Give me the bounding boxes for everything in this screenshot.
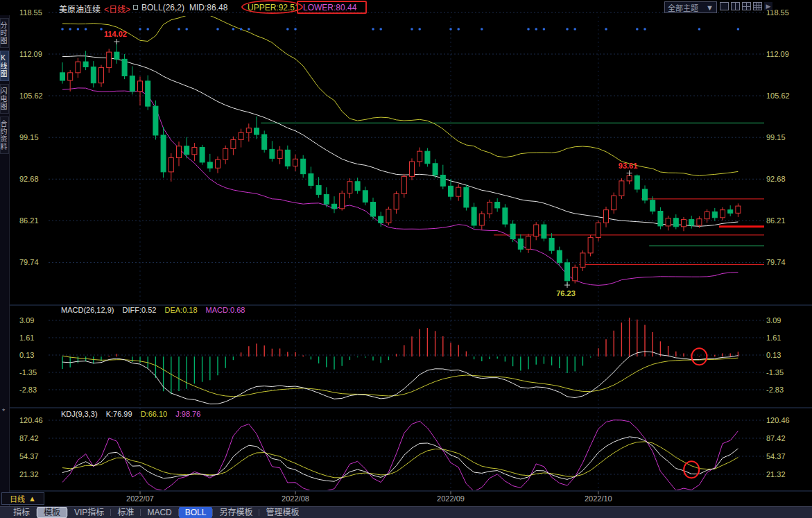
signal-dot [216,28,219,31]
svg-text:0.13: 0.13 [766,351,781,359]
signal-dot [240,28,243,31]
tab-boll[interactable]: BOLL [179,507,213,518]
sidebar-item-time-chart[interactable]: 分时图 [0,18,9,48]
bottom-tab-bar: 指标 模板 VIP指标 标准 MACD BOLL 另存模板 管理模板 [0,506,812,518]
period-selector[interactable]: 日线 ▲ [1,492,44,505]
chart-header: 美原油连续 <日线> BOLL(26,2) MID:86.48 UPPER:92… [0,0,812,15]
period-selector-label: 日线 [10,493,25,504]
indicator-settings-icon[interactable]: * [2,407,5,415]
symbol-name[interactable]: 美原油连续 [59,3,101,15]
layout-single-pane-icon[interactable] [720,2,729,10]
signal-dot [61,28,64,31]
svg-text:87.42: 87.42 [19,434,39,442]
svg-text:54.37: 54.37 [766,452,786,460]
theme-dropdown-label: 全部主题 [668,2,698,13]
signal-dot [85,28,87,31]
theme-dropdown[interactable]: 全部主题 ▼ [664,1,717,13]
tab-manage-template[interactable]: 管理模板 [259,508,305,518]
signal-dot [535,28,537,31]
chevron-down-icon: ▼ [706,3,714,12]
signal-dot [178,28,180,31]
svg-text:86.21: 86.21 [19,216,39,225]
signal-dot [605,28,607,31]
signal-dot [411,28,413,31]
tab-macd[interactable]: MACD [141,508,178,518]
sidebar-item-kline-chart[interactable]: K线图 [0,51,9,81]
layout-four-pane-icon[interactable] [742,2,751,10]
signal-dot [69,28,71,31]
boll-mid-value: MID:86.48 [189,3,227,12]
signal-dot [77,28,80,31]
main-price-pane [60,15,765,285]
signal-dot [294,28,297,31]
tab-save-template[interactable]: 另存模板 [213,508,259,518]
tab-template[interactable]: 模板 [37,507,67,518]
left-sidebar: 分时图 K线图 闪电图 合约资料 [0,15,10,506]
kdj-signal-circle [684,461,699,478]
tab-indicators[interactable]: 指标 [7,508,36,518]
layout-two-pane-icon[interactable] [731,2,740,10]
signal-dot [379,28,382,31]
tab-standard[interactable]: 标准 [111,508,140,518]
svg-text:1.61: 1.61 [19,334,34,342]
signal-dot [372,28,374,31]
svg-text:2022/10: 2022/10 [585,494,612,503]
signal-dot [185,28,188,31]
lower-value-highlight-box [297,1,367,14]
signal-dot [449,28,452,31]
svg-text:105.62: 105.62 [766,92,790,100]
signal-dot [100,28,103,31]
chart-canvas[interactable]: 118.55118.55112.09112.09105.62105.6299.1… [10,0,812,506]
svg-text:87.42: 87.42 [766,434,786,442]
svg-text:1.61: 1.61 [766,334,781,342]
svg-text:-2.83: -2.83 [19,386,37,394]
sidebar-item-flash-chart[interactable]: 闪电图 [0,84,9,114]
indicator-icon [133,5,138,10]
signal-dot [543,28,546,31]
svg-text:93.61: 93.61 [619,162,638,170]
signal-dot [527,28,530,31]
period-tag[interactable]: <日线> [104,3,130,15]
svg-text:21.32: 21.32 [766,470,786,478]
svg-text:21.32: 21.32 [19,470,39,478]
svg-text:120.46: 120.46 [766,416,790,424]
boll-indicator-label: BOLL(26,2) [141,3,184,12]
macd-pane [62,318,738,404]
svg-text:79.74: 79.74 [766,258,786,266]
svg-text:99.15: 99.15 [766,133,786,141]
signal-dot [286,28,289,31]
upper-value-highlight-ellipse [241,0,303,14]
macd-diff-value: DIFF:0.52 [122,306,156,314]
svg-text:92.68: 92.68 [766,175,786,183]
signal-dot [418,28,421,31]
signal-dot [566,28,569,31]
signal-dot [643,28,646,31]
macd-indicator-label: MACD(26,12,9) [61,306,114,314]
svg-text:3.09: 3.09 [766,316,781,325]
svg-text:112.09: 112.09 [19,50,42,58]
kdj-pane [62,420,738,492]
svg-text:99.15: 99.15 [19,133,39,141]
svg-text:114.02: 114.02 [104,30,127,38]
signal-dot [146,28,149,31]
signal-dot [698,28,701,31]
svg-text:0.13: 0.13 [19,351,34,359]
svg-text:-1.35: -1.35 [19,368,37,377]
macd-dea-value: DEA:0.18 [164,306,197,314]
signal-dot [737,28,740,31]
macd-pane-title: MACD(26,12,9) DIFF:0.52 DEA:0.18 MACD:0.… [61,306,251,314]
svg-text:120.46: 120.46 [19,416,43,424]
layout-next-icon[interactable]: ▶ [764,2,772,10]
signal-dot [139,28,141,31]
signal-dot [248,28,250,31]
kdj-pane-title: KDJ(9,3,3) K:76.99 D:66.10 J:98.76 [61,410,207,418]
svg-text:112.09: 112.09 [766,50,789,58]
trading-app-window: 118.55118.55112.09112.09105.62105.6299.1… [0,0,812,518]
sidebar-item-contract-info[interactable]: 合约资料 [0,116,9,154]
tab-vip-indicators[interactable]: VIP指标 [68,508,110,518]
layout-nine-pane-icon[interactable] [753,2,762,10]
signal-dot [481,28,483,31]
svg-text:2022/08: 2022/08 [282,494,309,503]
macd-macd-value: MACD:0.68 [206,306,245,314]
svg-text:2022/09: 2022/09 [437,494,465,503]
